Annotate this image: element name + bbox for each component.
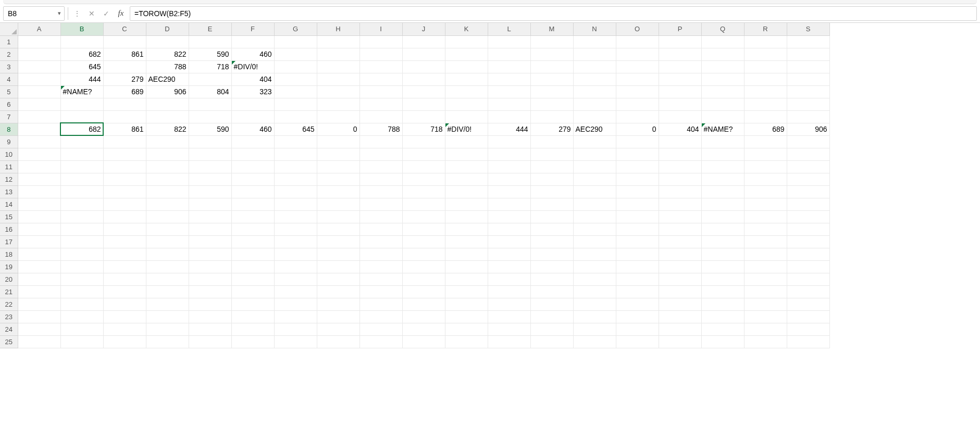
cell-H7[interactable] [317, 110, 359, 123]
cell-D2[interactable]: 822 [146, 48, 189, 60]
cell-D11[interactable] [146, 160, 189, 173]
cell-P25[interactable] [659, 335, 701, 348]
cell-B18[interactable] [60, 248, 103, 260]
cell-A5[interactable] [18, 85, 60, 98]
cell-J12[interactable] [402, 173, 445, 185]
cell-S20[interactable] [787, 273, 829, 285]
cell-I14[interactable] [359, 198, 402, 210]
cell-I5[interactable] [359, 85, 402, 98]
cell-B9[interactable] [60, 135, 103, 148]
cell-O17[interactable] [616, 235, 659, 248]
cell-J17[interactable] [402, 235, 445, 248]
cell-R8[interactable]: 689 [744, 123, 787, 135]
cell-F21[interactable] [231, 285, 274, 298]
cell-S3[interactable] [787, 60, 829, 73]
cell-E1[interactable] [189, 35, 231, 48]
cell-S18[interactable] [787, 248, 829, 260]
cell-S13[interactable] [787, 185, 829, 198]
cell-B6[interactable] [60, 98, 103, 110]
cell-G17[interactable] [274, 235, 317, 248]
cell-J25[interactable] [402, 335, 445, 348]
row-header-10[interactable]: 10 [0, 148, 18, 160]
cell-L10[interactable] [488, 148, 530, 160]
cell-N2[interactable] [573, 48, 616, 60]
cell-K16[interactable] [445, 223, 488, 235]
cell-H3[interactable] [317, 60, 359, 73]
column-header-S[interactable]: S [787, 23, 829, 35]
cell-I11[interactable] [359, 160, 402, 173]
cell-M23[interactable] [530, 310, 573, 323]
cell-M6[interactable] [530, 98, 573, 110]
cell-A9[interactable] [18, 135, 60, 148]
cell-L11[interactable] [488, 160, 530, 173]
cell-E16[interactable] [189, 223, 231, 235]
cell-H21[interactable] [317, 285, 359, 298]
cell-H22[interactable] [317, 298, 359, 310]
cell-M17[interactable] [530, 235, 573, 248]
column-header-G[interactable]: G [274, 23, 317, 35]
cell-Q7[interactable] [701, 110, 744, 123]
cell-B22[interactable] [60, 298, 103, 310]
row-header-1[interactable]: 1 [0, 35, 18, 48]
cell-I1[interactable] [359, 35, 402, 48]
cell-B14[interactable] [60, 198, 103, 210]
cell-A20[interactable] [18, 273, 60, 285]
cell-A7[interactable] [18, 110, 60, 123]
cell-P21[interactable] [659, 285, 701, 298]
more-options-icon[interactable]: ⋮ [71, 7, 83, 20]
row-header-24[interactable]: 24 [0, 323, 18, 335]
cell-B1[interactable] [60, 35, 103, 48]
cell-E15[interactable] [189, 210, 231, 223]
cell-D6[interactable] [146, 98, 189, 110]
cell-A11[interactable] [18, 160, 60, 173]
cell-A22[interactable] [18, 298, 60, 310]
cell-I20[interactable] [359, 273, 402, 285]
cell-B25[interactable] [60, 335, 103, 348]
cell-G7[interactable] [274, 110, 317, 123]
cell-S14[interactable] [787, 198, 829, 210]
cell-L1[interactable] [488, 35, 530, 48]
cell-N7[interactable] [573, 110, 616, 123]
cell-M12[interactable] [530, 173, 573, 185]
row-header-7[interactable]: 7 [0, 110, 18, 123]
cell-C15[interactable] [103, 210, 146, 223]
cell-I3[interactable] [359, 60, 402, 73]
cell-A1[interactable] [18, 35, 60, 48]
cell-D10[interactable] [146, 148, 189, 160]
row-header-21[interactable]: 21 [0, 285, 18, 298]
cell-C16[interactable] [103, 223, 146, 235]
cell-B5[interactable]: #NAME? [60, 85, 103, 98]
cell-S15[interactable] [787, 210, 829, 223]
cell-P6[interactable] [659, 98, 701, 110]
cell-C10[interactable] [103, 148, 146, 160]
cell-P5[interactable] [659, 85, 701, 98]
cell-D13[interactable] [146, 185, 189, 198]
cell-B10[interactable] [60, 148, 103, 160]
cell-P22[interactable] [659, 298, 701, 310]
cell-K3[interactable] [445, 60, 488, 73]
cell-M10[interactable] [530, 148, 573, 160]
cell-H15[interactable] [317, 210, 359, 223]
cell-P19[interactable] [659, 260, 701, 273]
cell-A10[interactable] [18, 148, 60, 160]
cell-R4[interactable] [744, 73, 787, 85]
cell-K22[interactable] [445, 298, 488, 310]
cell-H19[interactable] [317, 260, 359, 273]
cell-K6[interactable] [445, 98, 488, 110]
cell-S10[interactable] [787, 148, 829, 160]
cell-I16[interactable] [359, 223, 402, 235]
cell-F14[interactable] [231, 198, 274, 210]
cell-C13[interactable] [103, 185, 146, 198]
cell-D24[interactable] [146, 323, 189, 335]
cell-S12[interactable] [787, 173, 829, 185]
cell-G24[interactable] [274, 323, 317, 335]
cell-L14[interactable] [488, 198, 530, 210]
cell-F22[interactable] [231, 298, 274, 310]
column-header-L[interactable]: L [488, 23, 530, 35]
cell-P11[interactable] [659, 160, 701, 173]
row-header-25[interactable]: 25 [0, 335, 18, 348]
cell-B15[interactable] [60, 210, 103, 223]
cell-R10[interactable] [744, 148, 787, 160]
cell-J9[interactable] [402, 135, 445, 148]
cell-L3[interactable] [488, 60, 530, 73]
